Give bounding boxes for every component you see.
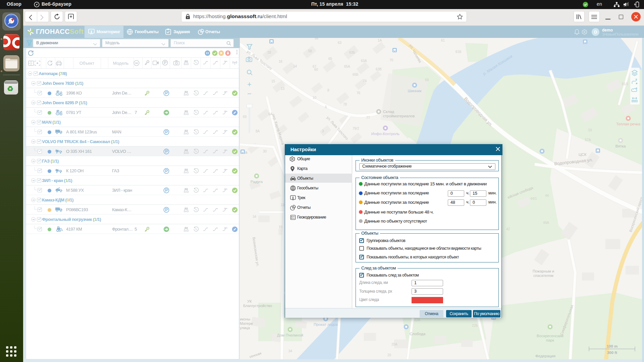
svg-text:13: 13 [281, 203, 285, 207]
svg-text:стройматериалов: стройматериалов [383, 114, 415, 118]
svg-text:улица: улица [240, 326, 250, 330]
svg-text:44: 44 [545, 194, 549, 197]
svg-text:65Б: 65Б [353, 73, 359, 76]
svg-text:парк: парк [546, 338, 554, 342]
svg-text:8: 8 [327, 88, 329, 92]
svg-text:18: 18 [267, 51, 271, 54]
svg-text:Шинник: Шинник [408, 89, 422, 93]
svg-text:22А: 22А [414, 318, 420, 322]
svg-text:22Б: 22Б [472, 324, 478, 327]
svg-text:Склад: Склад [383, 110, 394, 114]
svg-text:24: 24 [224, 207, 226, 209]
svg-text:Благоустройство: Благоустройство [243, 304, 272, 308]
svg-text:20А: 20А [391, 343, 397, 346]
svg-text:Федерация: Федерация [535, 354, 555, 358]
svg-text:63А: 63А [361, 59, 367, 63]
svg-text:Слобода: Слобода [410, 332, 426, 336]
svg-text:65: 65 [328, 57, 332, 61]
svg-text:24: 24 [224, 188, 226, 190]
svg-text:58: 58 [308, 49, 312, 53]
svg-text:74: 74 [363, 79, 367, 83]
svg-text:63: 63 [338, 41, 342, 45]
svg-text:44А: 44А [543, 221, 549, 225]
svg-text:6А: 6А [268, 112, 273, 116]
svg-text:34: 34 [253, 215, 257, 219]
svg-text:42: 42 [506, 227, 510, 231]
svg-text:34: 34 [288, 349, 292, 353]
svg-text:16: 16 [279, 60, 283, 63]
svg-text:76: 76 [357, 91, 361, 95]
svg-text:57А: 57А [585, 138, 591, 142]
svg-text:спасателям: спасателям [533, 274, 553, 278]
svg-text:79/2: 79/2 [353, 127, 359, 130]
svg-text:300 ft: 300 ft [607, 351, 617, 355]
svg-text:77: 77 [366, 116, 370, 120]
svg-text:Инфо-Контроль: Инфо-Контроль [371, 132, 399, 136]
svg-text:6: 6 [325, 105, 327, 109]
svg-text:44/1: 44/1 [530, 197, 537, 200]
svg-text:13: 13 [281, 87, 285, 90]
svg-text:61/1: 61/1 [622, 82, 629, 86]
svg-text:24: 24 [224, 227, 226, 229]
svg-text:24: 24 [224, 110, 226, 112]
svg-text:70: 70 [389, 58, 393, 62]
svg-text:Пожарным и: Пожарным и [533, 269, 554, 273]
svg-text:Радуга: Радуга [251, 180, 263, 184]
svg-text:90: 90 [135, 62, 138, 65]
svg-text:24: 24 [224, 149, 226, 151]
svg-text:15: 15 [279, 225, 283, 229]
svg-text:78: 78 [343, 103, 347, 106]
svg-text:Прокат лодок: Прокат лодок [314, 322, 338, 326]
svg-text:67: 67 [313, 65, 317, 68]
svg-text:24: 24 [224, 91, 226, 93]
svg-text:Воскресенский: Воскресенский [537, 334, 564, 338]
svg-text:15: 15 [271, 79, 275, 83]
svg-text:61: 61 [441, 39, 445, 42]
svg-text:Теплая речка: Теплая речка [616, 122, 640, 126]
svg-text:63Б: 63Б [349, 51, 355, 54]
svg-text:1А: 1А [378, 39, 382, 42]
svg-text:Дом Пчелиной: Дом Пчелиной [277, 333, 303, 337]
svg-text:69: 69 [243, 115, 247, 119]
svg-text:Вятка: Вятка [615, 144, 626, 148]
svg-text:20: 20 [387, 353, 391, 357]
svg-text:63В: 63В [376, 67, 382, 71]
svg-text:30: 30 [263, 149, 267, 153]
svg-text:24: 24 [224, 169, 226, 171]
svg-text:24: 24 [224, 130, 226, 132]
svg-text:65А: 65А [344, 65, 350, 68]
svg-text:61Б: 61Б [455, 50, 462, 54]
svg-text:УК: УК [247, 299, 252, 303]
svg-text:иконы: иконы [240, 317, 250, 321]
svg-text:14: 14 [293, 64, 297, 68]
svg-text:Матери: Матери [240, 321, 253, 325]
svg-text:8А: 8А [256, 129, 260, 133]
svg-text:56: 56 [315, 38, 319, 40]
svg-text:69: 69 [425, 78, 429, 82]
svg-text:10: 10 [313, 96, 317, 100]
svg-text:24: 24 [224, 60, 226, 62]
svg-text:3: 3 [322, 129, 324, 133]
svg-text:ЦСК: ЦСК [579, 153, 587, 157]
svg-text:100 m: 100 m [607, 344, 618, 348]
svg-text:59: 59 [588, 128, 592, 132]
